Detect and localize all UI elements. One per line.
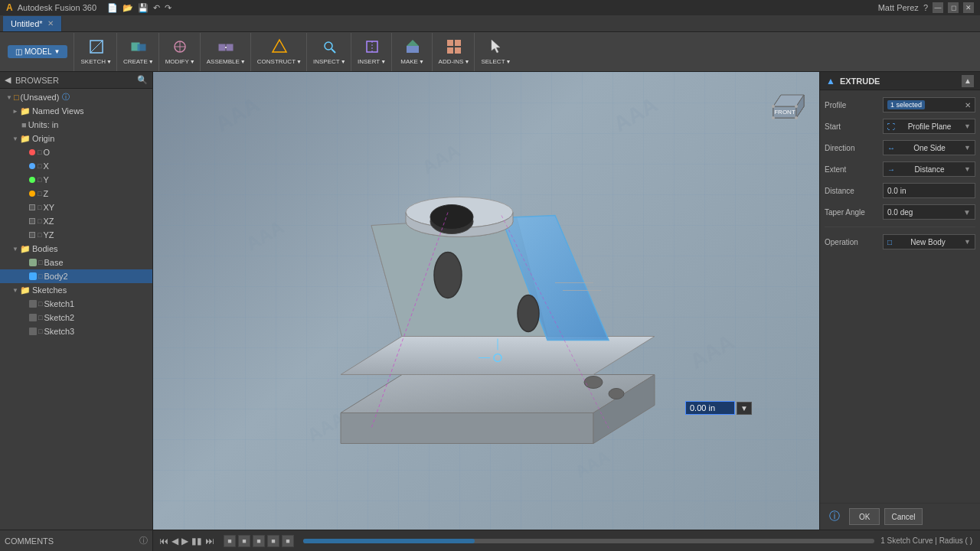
tree-item-yz[interactable]: □ YZ <box>0 228 152 242</box>
sketch-button[interactable]: SKETCH ▼ <box>79 37 113 67</box>
construct-button[interactable]: CONSTRUCT ▼ <box>256 37 303 67</box>
dimension-unit-dropdown[interactable]: ▼ <box>737 402 752 415</box>
redo-icon[interactable]: ↷ <box>165 3 172 13</box>
addins-button[interactable]: ADD-INS ▼ <box>437 37 472 67</box>
comments-label: COMMENTS <box>5 536 54 546</box>
tree-item-base[interactable]: □ Base <box>0 256 152 269</box>
select-group: SELECT ▼ <box>476 33 515 71</box>
tree-item-x[interactable]: □ X <box>0 159 152 173</box>
cancel-button[interactable]: Cancel <box>884 508 922 525</box>
tree-arrow-named-views[interactable]: ► <box>12 108 18 115</box>
taper-arrow-icon: ▼ <box>963 208 971 217</box>
browser-collapse-icon[interactable]: ◀ <box>5 75 11 85</box>
tree-item-sketch2[interactable]: □ Sketch2 <box>0 311 152 324</box>
new-icon[interactable]: 📄 <box>107 3 118 13</box>
tree-item-sketch3[interactable]: □ Sketch3 <box>0 324 152 338</box>
stop-button[interactable]: ▮▮ <box>191 536 202 546</box>
sketch3-sketch-icon: □ <box>38 328 42 335</box>
insert-icon <box>364 38 381 58</box>
sketch-label: SKETCH <box>80 58 105 65</box>
tree-item-sketch1[interactable]: □ Sketch1 <box>0 297 152 311</box>
timeline-marker-3[interactable]: ■ <box>253 535 265 547</box>
tree-arrow-origin[interactable]: ▼ <box>12 135 18 142</box>
nav-cube[interactable]: FRONT <box>758 80 812 133</box>
tree-item-origin-o[interactable]: □ O <box>0 145 152 159</box>
timeline-marker-5[interactable]: ■ <box>282 535 294 547</box>
tree-item-xz[interactable]: □ XZ <box>0 214 152 228</box>
inspect-group: INSPECT ▼ <box>309 33 351 71</box>
operation-dropdown[interactable]: □ New Body ▼ <box>883 234 975 249</box>
skip-back-button[interactable]: ⏮ <box>159 536 168 546</box>
extent-dropdown[interactable]: → Distance ▼ <box>883 161 975 177</box>
timeline-marker-2[interactable]: ■ <box>238 535 250 547</box>
svg-point-33 <box>518 295 539 332</box>
skip-forward-button[interactable]: ⏭ <box>205 536 214 546</box>
save-icon[interactable]: 💾 <box>138 3 149 13</box>
model-mode-button[interactable]: ◫ MODEL ▼ <box>8 45 67 58</box>
timeline-track[interactable] <box>303 539 874 543</box>
tree-item-z[interactable]: □ Z <box>0 187 152 201</box>
tree-item-unsaved[interactable]: ▼ □ (Unsaved) ⓘ <box>0 90 152 104</box>
tree-item-xy[interactable]: □ XY <box>0 201 152 214</box>
browser-search-icon[interactable]: 🔍 <box>137 75 148 85</box>
svg-point-11 <box>325 42 332 50</box>
model-arrow-icon: ▼ <box>54 48 60 55</box>
make-label: MAKE <box>400 58 418 65</box>
direction-dropdown[interactable]: ↔ One Side ▼ <box>883 140 975 155</box>
dimension-input-overlay[interactable]: ▼ <box>685 401 752 415</box>
inspect-button[interactable]: INSPECT ▼ <box>312 37 348 67</box>
tree-item-body2[interactable]: □ Body2 <box>0 269 152 283</box>
profile-value-field[interactable]: 1 selected ✕ <box>883 97 975 112</box>
tree-item-bodies[interactable]: ▼ 📁 Bodies <box>0 242 152 256</box>
create-button[interactable]: CREATE ▼ <box>122 37 155 67</box>
tree-arrow-unsaved[interactable]: ▼ <box>6 94 12 101</box>
open-icon[interactable]: 📂 <box>122 3 133 13</box>
operation-row: Operation □ New Body ▼ <box>825 233 975 250</box>
timeline-marker-4[interactable]: ■ <box>267 535 279 547</box>
tree-item-named-views[interactable]: ► 📁 Named Views <box>0 104 152 118</box>
tree-arrow-sketches[interactable]: ▼ <box>12 287 18 294</box>
tree-item-sketches[interactable]: ▼ 📁 Sketches <box>0 283 152 297</box>
panel-title: EXTRUDE <box>840 77 880 86</box>
tree-item-y[interactable]: □ Y <box>0 173 152 187</box>
tab-close-button[interactable]: ✕ <box>47 19 54 28</box>
svg-point-32 <box>434 253 462 298</box>
close-button[interactable]: ✕ <box>963 2 974 13</box>
dimension-input-field[interactable] <box>685 401 735 415</box>
operation-value: New Body <box>910 238 946 246</box>
direction-row: Direction ↔ One Side ▼ <box>825 139 975 156</box>
tree-badge-unsaved: ⓘ <box>62 92 70 103</box>
ok-button[interactable]: OK <box>849 508 880 525</box>
3d-model-container[interactable] <box>272 153 701 482</box>
insert-label: INSERT <box>358 58 380 65</box>
extent-row: Extent → Distance ▼ <box>825 161 975 178</box>
distance-value-field[interactable]: 0.0 in <box>883 183 975 198</box>
undo-icon[interactable]: ↶ <box>153 3 160 13</box>
active-tab[interactable]: Untitled* ✕ <box>3 16 62 31</box>
timeline-marker-1[interactable]: ■ <box>224 535 236 547</box>
help-icon[interactable]: ? <box>923 3 928 12</box>
taper-label: Taper Angle <box>825 208 880 217</box>
minimize-button[interactable]: — <box>933 2 943 13</box>
assemble-button[interactable]: ASSEMBLE ▼ <box>205 37 247 67</box>
make-button[interactable]: MAKE ▼ <box>397 37 429 67</box>
x-axis-icon <box>29 163 35 169</box>
panel-body: Profile 1 selected ✕ Start ⛶ Profile Pla… <box>820 90 980 503</box>
tree-arrow-bodies[interactable]: ▼ <box>12 246 18 253</box>
profile-clear-button[interactable]: ✕ <box>965 101 971 109</box>
tree-item-units: ■ Units: in <box>0 118 152 132</box>
tree-item-origin[interactable]: ▼ 📁 Origin <box>0 132 152 145</box>
model-icon: ◫ <box>15 47 22 56</box>
start-dropdown[interactable]: ⛶ Profile Plane ▼ <box>883 119 975 134</box>
play-button[interactable]: ▶ <box>181 536 188 546</box>
panel-close-button[interactable]: ▲ <box>962 75 974 87</box>
select-button[interactable]: SELECT ▼ <box>479 37 512 67</box>
comments-expand-icon[interactable]: ⓘ <box>139 535 148 546</box>
modify-button[interactable]: MODIFY ▼ <box>164 37 197 67</box>
svg-marker-10 <box>273 40 286 52</box>
viewport[interactable]: AAA AAA AAA AAA AAA AAA AAA AAA <box>153 72 819 530</box>
insert-button[interactable]: INSERT ▼ <box>356 37 388 67</box>
taper-value-field[interactable]: 0.0 deg ▼ <box>883 204 975 220</box>
prev-frame-button[interactable]: ◀ <box>172 536 178 546</box>
maximize-button[interactable]: ◻ <box>948 2 959 13</box>
